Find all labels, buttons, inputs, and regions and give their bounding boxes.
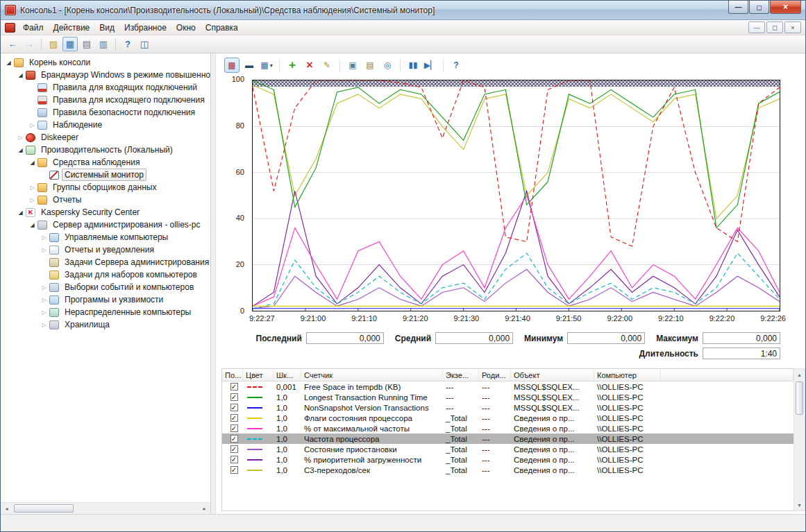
column-header[interactable]: Объект — [511, 369, 594, 381]
print-icon[interactable]: ▥ — [96, 37, 111, 51]
expand-icon[interactable]: ▷ — [40, 247, 49, 253]
collapse-icon[interactable]: ◢ — [28, 222, 37, 228]
counter-row[interactable]: ✓1,0Флаги состояния процессора_Total---С… — [222, 413, 794, 423]
column-header[interactable]: По... — [222, 369, 243, 381]
menu-item-справка[interactable]: Справка — [201, 22, 243, 34]
change-graph-type-icon[interactable]: ▦▾ — [259, 58, 274, 73]
column-header[interactable]: Роди... — [479, 369, 511, 381]
counter-row[interactable]: ✓1,0Состояние приостановки_Total---Сведе… — [222, 444, 794, 454]
table-vertical-scrollbar[interactable]: ▴ ▾ — [794, 368, 805, 511]
help-icon[interactable]: ? — [120, 37, 135, 51]
show-checkbox[interactable]: ✓ — [230, 414, 238, 422]
show-checkbox[interactable]: ✓ — [230, 435, 238, 443]
scroll-track[interactable] — [794, 380, 805, 499]
collapse-icon[interactable]: ◢ — [4, 60, 13, 66]
menu-item-файл[interactable]: Файл — [18, 22, 49, 34]
expand-icon[interactable]: ▷ — [40, 297, 49, 303]
tree-item[interactable]: ▷Управляемые компьютеры — [1, 231, 210, 243]
collapse-icon[interactable]: ◢ — [28, 160, 37, 166]
show-checkbox[interactable]: ✓ — [230, 456, 238, 463]
paste-counter-list-icon[interactable]: ▤ — [362, 58, 378, 73]
tree-item[interactable]: ◢Брандмауэр Windows в режиме повышенной — [1, 69, 210, 81]
update-data-icon[interactable]: ▶▏ — [423, 58, 438, 73]
scroll-thumb[interactable] — [14, 504, 74, 513]
view-current-activity-icon[interactable]: ▩ — [224, 58, 240, 73]
tree-item[interactable]: ▷Наблюдение — [1, 119, 210, 131]
tree-item[interactable]: ▷Нераспределенные компьютеры — [1, 306, 210, 318]
show-checkbox[interactable]: ✓ — [230, 393, 238, 401]
mdi-minimize-button[interactable]: — — [748, 22, 765, 33]
counter-row[interactable]: ✓1,0С3-переходов/сек_Total---Сведения о … — [222, 465, 794, 475]
tree-item[interactable]: ◢Сервер администрирования - ollies-pc — [1, 218, 210, 231]
view-log-data-icon[interactable]: ▬ — [242, 58, 257, 73]
perf-chart-plot[interactable] — [252, 80, 780, 311]
minimize-button[interactable]: — — [728, 1, 748, 14]
expand-icon[interactable]: ▷ — [28, 122, 37, 128]
new-window-icon[interactable]: ◫ — [137, 37, 152, 51]
collapse-icon[interactable]: ◢ — [16, 147, 25, 153]
tree-item[interactable]: ◢Производительность (Локальный) — [1, 144, 210, 156]
tree-item[interactable]: ◢KKaspersky Security Center — [1, 206, 210, 218]
scroll-up-arrow[interactable]: ▴ — [794, 369, 805, 380]
counter-row[interactable]: ✓1,0% приоритетной загруженности_Total--… — [222, 454, 794, 465]
show-checkbox[interactable]: ✓ — [230, 404, 238, 411]
show-checkbox[interactable]: ✓ — [230, 445, 238, 453]
expand-icon[interactable]: ▷ — [28, 185, 37, 191]
add-counter-icon[interactable]: + — [285, 58, 300, 73]
tree-item[interactable]: ◢Средства наблюдения — [1, 156, 210, 169]
tree-item[interactable]: Задачи Сервера администрирования — [1, 256, 210, 268]
window-list-icon[interactable]: ▤ — [79, 37, 94, 51]
show-console-tree-icon[interactable]: ▦ — [62, 37, 78, 51]
expand-icon[interactable]: ▷ — [16, 135, 25, 141]
column-header[interactable]: Шк... — [274, 369, 301, 381]
column-header[interactable]: Цвет — [243, 369, 274, 381]
expand-icon[interactable]: ▷ — [40, 322, 49, 328]
menu-item-избранное[interactable]: Избранное — [119, 22, 171, 34]
export-icon[interactable]: ▨ — [46, 37, 61, 51]
show-checkbox[interactable]: ✓ — [230, 466, 238, 474]
pane-splitter[interactable] — [211, 53, 216, 514]
column-header[interactable]: Компьютер — [594, 369, 661, 381]
scroll-left-arrow[interactable]: ◂ — [1, 503, 12, 514]
counter-row[interactable]: ✓1,0Longest Transaction Running Time----… — [222, 392, 794, 402]
highlight-icon[interactable]: ✎ — [319, 58, 335, 73]
collapse-icon[interactable]: ◢ — [16, 72, 25, 78]
tree-item[interactable]: ▷Diskeeper — [1, 131, 210, 144]
title-bar[interactable]: Консоль1 - [Корень консоли\Производитель… — [1, 1, 805, 20]
tree-item[interactable]: ▷Отчеты — [1, 194, 210, 206]
tree-item[interactable]: Задачи для наборов компьютеров — [1, 268, 210, 281]
maximize-button[interactable]: ◻ — [749, 1, 769, 14]
show-checkbox[interactable]: ✓ — [230, 424, 238, 432]
scroll-thumb[interactable] — [796, 381, 803, 415]
mdi-close-button[interactable]: × — [784, 22, 801, 33]
scroll-track[interactable] — [12, 503, 199, 514]
tree-item[interactable]: Системный монитор — [1, 169, 210, 181]
counter-row[interactable]: ✓1,0NonSnapshot Version Transactions----… — [222, 402, 794, 413]
back-icon[interactable]: ← — [5, 37, 20, 51]
counter-row[interactable]: ✓1,0% от максимальной частоты_Total---Св… — [222, 423, 794, 434]
tree-item[interactable]: Правила безопасности подключения — [1, 106, 210, 119]
expand-icon[interactable]: ▷ — [28, 197, 37, 203]
tree-item[interactable]: Правила для входящих подключений — [1, 81, 210, 94]
menu-item-вид[interactable]: Вид — [94, 22, 119, 34]
show-checkbox[interactable]: ✓ — [230, 383, 238, 391]
help-icon[interactable]: ? — [448, 58, 464, 73]
tree-item[interactable]: ▷Группы сборщиков данных — [1, 181, 210, 194]
expand-icon[interactable]: ▷ — [40, 234, 49, 241]
expand-icon[interactable]: ▷ — [40, 309, 49, 316]
close-button[interactable]: × — [770, 1, 801, 14]
tree-item[interactable]: ◢Корень консоли — [1, 56, 210, 69]
column-header[interactable]: Счетчик — [301, 369, 443, 381]
tree-horizontal-scrollbar[interactable]: ◂ ▸ — [1, 502, 210, 514]
collapse-icon[interactable]: ◢ — [16, 209, 25, 216]
tree-item[interactable]: ▷Программы и уязвимости — [1, 293, 210, 306]
menu-item-окно[interactable]: Окно — [171, 22, 201, 34]
tree-item[interactable]: Правила для исходящего подключения — [1, 94, 210, 106]
freeze-display-icon[interactable]: ▮▮ — [405, 58, 421, 73]
dropdown-arrow-icon[interactable]: ▾ — [270, 62, 273, 69]
properties-icon[interactable]: ◎ — [380, 58, 395, 73]
expand-icon[interactable]: ▷ — [40, 284, 49, 291]
scroll-down-arrow[interactable]: ▾ — [794, 499, 805, 510]
mdi-restore-button[interactable]: ◻ — [766, 22, 783, 33]
tree-item[interactable]: ▷Хранилища — [1, 318, 210, 331]
